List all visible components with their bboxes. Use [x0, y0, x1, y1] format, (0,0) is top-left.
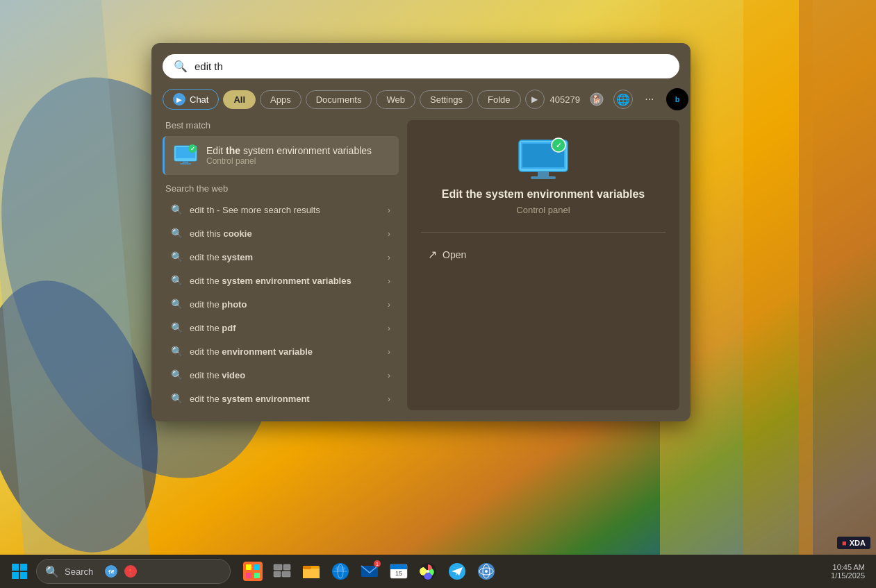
svg-rect-25 [538, 171, 549, 177]
taskbar-network-icon[interactable] [472, 557, 500, 585]
web-result-text-7: edit the video [190, 370, 381, 380]
svg-rect-38 [246, 573, 251, 578]
color-app-icon [243, 562, 263, 581]
search-result-icon-5: 🔍 [171, 322, 183, 333]
tab-all[interactable]: All [223, 90, 256, 109]
web-result-3[interactable]: 🔍 edit the system environment variables … [163, 269, 399, 292]
svg-rect-28 [20, 564, 27, 571]
more-options-icon[interactable]: ··· [638, 88, 661, 110]
web-result-1[interactable]: 🔍 edit this cookie › [163, 221, 399, 245]
search-input[interactable] [195, 60, 668, 72]
taskbar-browser-icon[interactable] [327, 557, 354, 585]
svg-rect-19 [180, 163, 191, 165]
right-panel-title: Edit the system environment variables [442, 188, 645, 201]
xda-logo: ■ [842, 539, 847, 547]
clock: 10:45 AM 1/15/2025 [831, 563, 865, 580]
arrow-icon-3: › [388, 276, 390, 286]
taskbar: 🔍 Search 🗺 📍 [0, 555, 876, 588]
svg-text:🗺: 🗺 [108, 569, 115, 576]
taskbar-icons: 1 15 [239, 557, 500, 585]
svg-rect-43 [282, 571, 290, 577]
web-result-8[interactable]: 🔍 edit the system environment › [163, 387, 399, 410]
svg-text:15: 15 [395, 570, 402, 577]
browser-icon [331, 562, 350, 581]
taskbar-mail-icon[interactable]: 1 [356, 557, 383, 585]
search-result-icon-6: 🔍 [171, 346, 183, 357]
web-result-text-8: edit the system environment [190, 394, 381, 404]
mail-badge: 1 [374, 560, 381, 567]
taskbar-search[interactable]: 🔍 Search 🗺 📍 [36, 559, 231, 584]
svg-rect-35 [243, 562, 263, 581]
search-result-icon-0: 🔍 [171, 204, 183, 215]
arrow-icon-5: › [388, 323, 390, 333]
taskbar-fileexplorer-icon[interactable] [297, 557, 325, 585]
open-icon: ↗ [428, 248, 437, 261]
web-result-0[interactable]: 🔍 edit th - See more search results › [163, 198, 399, 221]
right-panel-subtitle: Control panel [516, 205, 570, 215]
globe-icon[interactable]: 🌐 [613, 90, 633, 109]
svg-text:🐕: 🐕 [592, 94, 602, 104]
filter-dog-icon[interactable]: 🐕 [586, 88, 608, 110]
divider [421, 232, 666, 233]
tab-documents[interactable]: Documents [306, 90, 372, 109]
web-result-4[interactable]: 🔍 edit the photo › [163, 292, 399, 316]
bing-icon[interactable]: b [666, 88, 688, 110]
right-panel-icon: ✓ [515, 137, 571, 188]
tab-web[interactable]: Web [376, 90, 415, 109]
best-match-text: Edit the system environment variables Co… [206, 145, 372, 166]
web-result-text-2: edit the system [190, 252, 381, 262]
arrow-icon-0: › [388, 205, 390, 215]
search-result-icon-1: 🔍 [171, 228, 183, 239]
play-button[interactable]: ▶ [525, 90, 545, 109]
taskbar-pin-icon: 📍 [124, 564, 138, 578]
svg-rect-26 [531, 176, 556, 179]
taskbar-pinwheel-icon[interactable] [414, 557, 442, 585]
windows-logo [11, 563, 28, 580]
search-result-icon-2: 🔍 [171, 251, 183, 262]
svg-text:✓: ✓ [190, 146, 195, 152]
best-match-item[interactable]: ✓ Edit the system environment variables … [163, 136, 399, 175]
arrow-icon-6: › [388, 346, 390, 357]
telegram-icon [447, 562, 467, 581]
bing-logo: b [670, 92, 684, 106]
svg-rect-30 [20, 572, 27, 579]
tab-folders[interactable]: Folde [477, 90, 521, 109]
taskbar-telegram-icon[interactable] [443, 557, 471, 585]
search-result-icon-7: 🔍 [171, 369, 183, 380]
svg-text:📍: 📍 [127, 569, 134, 576]
web-result-5[interactable]: 🔍 edit the pdf › [163, 316, 399, 339]
search-result-icon-4: 🔍 [171, 299, 183, 310]
network-icon [477, 562, 496, 581]
svg-text:b: b [675, 95, 680, 103]
svg-text:✓: ✓ [556, 142, 561, 149]
task-view-icon [272, 562, 292, 581]
web-result-text-3: edit the system environment variables [190, 276, 381, 286]
arrow-icon-8: › [388, 394, 390, 404]
svg-point-61 [485, 570, 488, 573]
svg-rect-27 [12, 564, 19, 571]
tab-apps[interactable]: Apps [260, 90, 301, 109]
search-result-icon-3: 🔍 [171, 275, 183, 286]
start-button[interactable] [6, 557, 33, 585]
taskbar-calendar-icon[interactable]: 15 [385, 557, 413, 585]
svg-point-56 [427, 570, 429, 573]
filter-tabs-right: ▶ 405279 🐕 🌐 ··· b [525, 88, 688, 110]
web-result-6[interactable]: 🔍 edit the environment variable › [163, 339, 399, 363]
web-result-7[interactable]: 🔍 edit the video › [163, 363, 399, 387]
web-result-text-5: edit the pdf [190, 323, 381, 333]
taskbar-color-icon[interactable] [239, 557, 267, 585]
taskbar-taskview-icon[interactable] [268, 557, 296, 585]
arrow-icon-7: › [388, 370, 390, 380]
svg-rect-39 [254, 573, 260, 578]
arrow-icon-2: › [388, 252, 390, 262]
best-match-title: Edit the system environment variables [206, 145, 372, 156]
open-button[interactable]: ↗ Open [421, 244, 473, 265]
pet-icon: 🐕 [590, 92, 604, 106]
tab-chat[interactable]: ▶ Chat [163, 89, 219, 110]
web-result-2[interactable]: 🔍 edit the system › [163, 245, 399, 269]
arrow-icon-1: › [388, 228, 390, 239]
tab-settings[interactable]: Settings [420, 90, 473, 109]
svg-rect-42 [274, 571, 281, 577]
best-match-label: Best match [163, 120, 399, 131]
web-result-text-6: edit the environment variable [190, 346, 381, 357]
